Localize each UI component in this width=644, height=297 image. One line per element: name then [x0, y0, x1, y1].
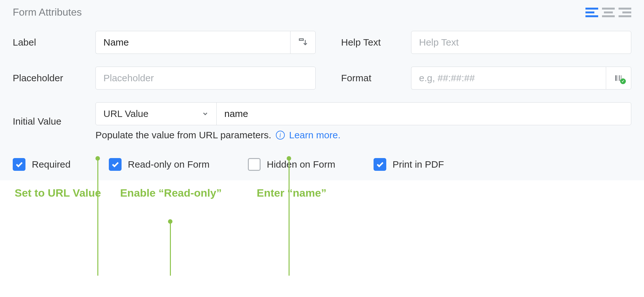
placeholder-input[interactable] [95, 67, 316, 90]
annotation-dot [168, 219, 172, 224]
format-barcode-button[interactable]: ✓ [606, 67, 631, 90]
required-checkbox[interactable]: Required [13, 158, 71, 171]
label-input-group [95, 31, 316, 54]
svg-rect-0 [299, 39, 304, 40]
initial-value-label: Initial Value [13, 116, 95, 127]
label-copy-down-button[interactable] [290, 31, 316, 54]
annotation-captions: Set to URL Value Enable “Read-only” Ente… [0, 180, 644, 206]
placeholder-label: Placeholder [13, 73, 95, 83]
required-label: Required [32, 159, 71, 170]
readonly-label: Read-only on Form [128, 159, 210, 170]
align-center-icon[interactable] [602, 8, 615, 17]
help-text-input[interactable] [411, 31, 631, 54]
hidden-checkbox[interactable]: Hidden on Form [248, 158, 335, 171]
panel-header: Form Attributes [13, 6, 631, 18]
chevron-down-icon [202, 110, 209, 117]
info-icon: i [276, 131, 285, 140]
form-grid: Label Help Text Placeholder Format [13, 31, 631, 141]
annotation-line [170, 221, 171, 276]
annotation-url-value: Set to URL Value [15, 187, 101, 199]
check-badge-icon: ✓ [620, 78, 626, 84]
checkbox-box [248, 158, 261, 171]
format-label: Format [341, 73, 411, 83]
readonly-checkbox[interactable]: Read-only on Form [109, 158, 210, 171]
initial-value-param-input[interactable] [217, 103, 631, 125]
copy-down-icon [298, 38, 308, 47]
annotation-readonly: Enable “Read-only” [120, 187, 221, 199]
label-label: Label [13, 37, 95, 48]
checkbox-box [374, 158, 386, 171]
initial-value-group: URL Value [95, 102, 631, 125]
form-attributes-panel: Form Attributes Label [0, 0, 644, 180]
annotation-name: Enter “name” [257, 187, 326, 199]
initial-value-type-text: URL Value [103, 108, 149, 119]
initial-value-hint: Populate the value from URL parameters. … [95, 130, 631, 141]
hidden-label: Hidden on Form [267, 159, 335, 170]
align-left-icon[interactable] [585, 8, 598, 17]
align-right-icon[interactable] [619, 8, 631, 17]
checkbox-box [109, 158, 122, 171]
checkbox-box [13, 158, 25, 171]
label-input[interactable] [95, 31, 290, 54]
learn-more-link[interactable]: Learn more. [289, 130, 341, 141]
help-text-label: Help Text [341, 37, 411, 48]
checkbox-row: Required Read-only on Form Hidden on For… [13, 158, 631, 171]
print-pdf-checkbox[interactable]: Print in PDF [374, 158, 444, 171]
print-pdf-label: Print in PDF [393, 159, 444, 170]
alignment-toolbar [585, 8, 631, 17]
format-input[interactable] [411, 67, 606, 90]
initial-value-type-select[interactable]: URL Value [96, 103, 217, 125]
section-title: Form Attributes [13, 6, 82, 18]
hint-text: Populate the value from URL parameters. [95, 130, 271, 141]
